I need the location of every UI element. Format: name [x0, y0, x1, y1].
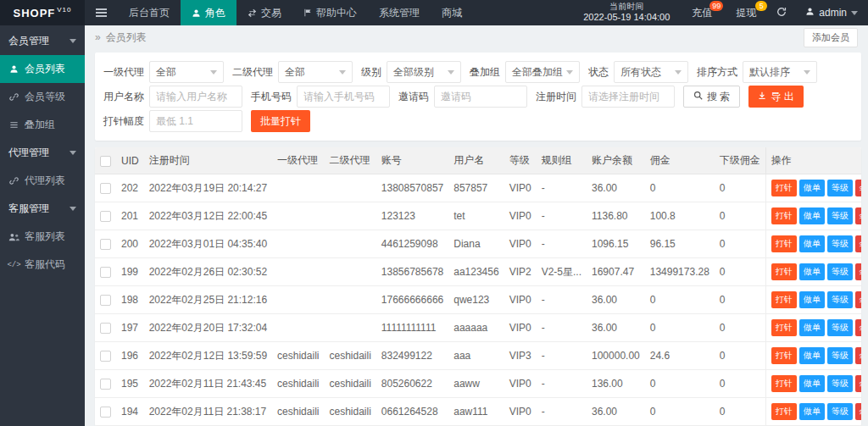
filter-username: 用户名称	[103, 86, 242, 108]
row-checkbox[interactable]	[100, 239, 111, 250]
action-inject-button[interactable]: 打针	[771, 403, 797, 420]
chevron-down-icon	[339, 70, 346, 75]
export-button[interactable]: 导 出	[748, 86, 803, 108]
menu-mall[interactable]: 商城	[431, 0, 473, 25]
cell-sub-commission: 0	[715, 202, 766, 230]
sidebar-group-agents[interactable]: 代理管理	[0, 139, 85, 167]
row-checkbox[interactable]	[100, 267, 111, 278]
username-input[interactable]	[149, 86, 242, 108]
action-order-button[interactable]: 做单	[799, 347, 825, 364]
action-inject-button[interactable]: 打针	[771, 207, 797, 224]
action-balance-button[interactable]: 余额	[855, 347, 861, 364]
action-order-button[interactable]: 做单	[799, 319, 825, 336]
action-level-button[interactable]: 等级	[827, 207, 853, 224]
action-balance-button[interactable]: 余额	[855, 291, 861, 308]
menu-home[interactable]: 后台首页	[118, 0, 181, 25]
action-balance-button[interactable]: 余额	[855, 403, 861, 420]
stack-group-select[interactable]: 全部叠加组	[505, 61, 580, 83]
row-checkbox[interactable]	[100, 183, 111, 194]
cell-agent2	[324, 286, 376, 314]
cell-username: aaaaaa	[448, 314, 504, 342]
cell-agent1	[272, 258, 324, 286]
action-inject-button[interactable]: 打针	[771, 263, 797, 280]
status-select[interactable]: 所有状态	[614, 61, 688, 83]
action-level-button[interactable]: 等级	[827, 347, 853, 364]
search-button[interactable]: 搜 索	[683, 86, 740, 108]
cell-sub-commission: 0	[715, 258, 766, 286]
row-checkbox[interactable]	[100, 379, 111, 390]
recharge-link[interactable]: 充值 99	[680, 0, 724, 25]
action-inject-button[interactable]: 打针	[771, 375, 797, 392]
hamburger-button[interactable]	[85, 0, 118, 25]
menu-role[interactable]: 角色	[181, 0, 236, 25]
phone-input[interactable]	[297, 86, 390, 108]
user-menu[interactable]: admin	[795, 0, 868, 25]
action-inject-button[interactable]: 打针	[771, 180, 797, 196]
action-balance-button[interactable]: 余额	[855, 180, 861, 196]
row-checkbox[interactable]	[100, 295, 111, 306]
cell-account: 11111111111	[376, 314, 448, 342]
action-order-button[interactable]: 做单	[799, 291, 825, 308]
action-order-button[interactable]: 做单	[799, 235, 825, 252]
action-inject-button[interactable]: 打针	[771, 319, 797, 336]
action-inject-button[interactable]: 打针	[771, 235, 797, 252]
row-checkbox[interactable]	[100, 211, 111, 222]
cell-register-time: 2022年03月19日 20:14:27	[144, 174, 272, 202]
sidebar-item-member-level[interactable]: 会员等级	[0, 83, 85, 111]
row-checkbox[interactable]	[100, 323, 111, 334]
action-inject-button[interactable]: 打针	[771, 347, 797, 364]
action-level-button[interactable]: 等级	[827, 319, 853, 336]
batch-inject-button[interactable]: 批量打针	[251, 110, 310, 132]
invite-code-input[interactable]	[434, 86, 527, 108]
sidebar-item-service-list[interactable]: 客服列表	[0, 223, 85, 251]
row-checkbox[interactable]	[100, 407, 111, 418]
action-level-button[interactable]: 等级	[827, 403, 853, 420]
sidebar-item-member-list[interactable]: 会员列表	[0, 55, 85, 83]
sidebar-item-stack-group[interactable]: 叠加组	[0, 111, 85, 139]
action-balance-button[interactable]: 余额	[855, 375, 861, 392]
cell-actions: 打针做单等级余额编辑	[765, 370, 861, 398]
action-inject-button[interactable]: 打针	[771, 291, 797, 308]
row-checkbox[interactable]	[100, 351, 111, 362]
level-select[interactable]: 全部级别	[387, 61, 461, 83]
menu-system[interactable]: 系统管理	[368, 0, 431, 25]
inject-range-input[interactable]	[149, 110, 242, 132]
cell-commission: 0	[645, 314, 715, 342]
cell-actions: 打针做单等级余额编辑	[765, 174, 861, 202]
table-row: 200 2022年03月01日 04:35:40 4461259098 Dian…	[95, 230, 861, 258]
action-level-button[interactable]: 等级	[827, 235, 853, 252]
menu-help[interactable]: 帮助中心	[292, 0, 368, 25]
cell-agent1	[272, 202, 324, 230]
sort-select[interactable]: 默认排序	[743, 61, 817, 83]
select-all-checkbox[interactable]	[100, 156, 111, 167]
action-balance-button[interactable]: 余额	[855, 263, 861, 280]
sidebar-group-service[interactable]: 客服管理	[0, 195, 85, 223]
search-icon	[693, 91, 703, 102]
action-balance-button[interactable]: 余额	[855, 235, 861, 252]
agent1-select[interactable]: 全部	[149, 61, 224, 83]
action-order-button[interactable]: 做单	[799, 375, 825, 392]
action-level-button[interactable]: 等级	[827, 180, 853, 196]
action-balance-button[interactable]: 余额	[855, 319, 861, 336]
action-order-button[interactable]: 做单	[799, 180, 825, 196]
menu-trade[interactable]: 交易	[236, 0, 292, 25]
refresh-button[interactable]	[768, 0, 795, 25]
sidebar-item-agent-list[interactable]: 代理列表	[0, 167, 85, 195]
cell-level: VIP0	[504, 314, 537, 342]
add-member-button[interactable]: 添加会员	[804, 28, 858, 47]
action-level-button[interactable]: 等级	[827, 291, 853, 308]
action-order-button[interactable]: 做单	[799, 403, 825, 420]
withdraw-link[interactable]: 提现 5	[724, 0, 768, 25]
register-time-input[interactable]	[581, 86, 675, 108]
cell-agent2	[324, 202, 376, 230]
action-balance-button[interactable]: 余额	[855, 207, 861, 224]
sidebar-item-service-code[interactable]: </> 客服代码	[0, 251, 85, 279]
action-level-button[interactable]: 等级	[827, 263, 853, 280]
cell-agent1	[272, 174, 324, 202]
action-order-button[interactable]: 做单	[799, 263, 825, 280]
sidebar-group-members[interactable]: 会员管理	[0, 27, 85, 55]
agent2-select[interactable]: 全部	[278, 61, 353, 83]
row-select-cell	[95, 202, 116, 230]
action-level-button[interactable]: 等级	[827, 375, 853, 392]
action-order-button[interactable]: 做单	[799, 207, 825, 224]
